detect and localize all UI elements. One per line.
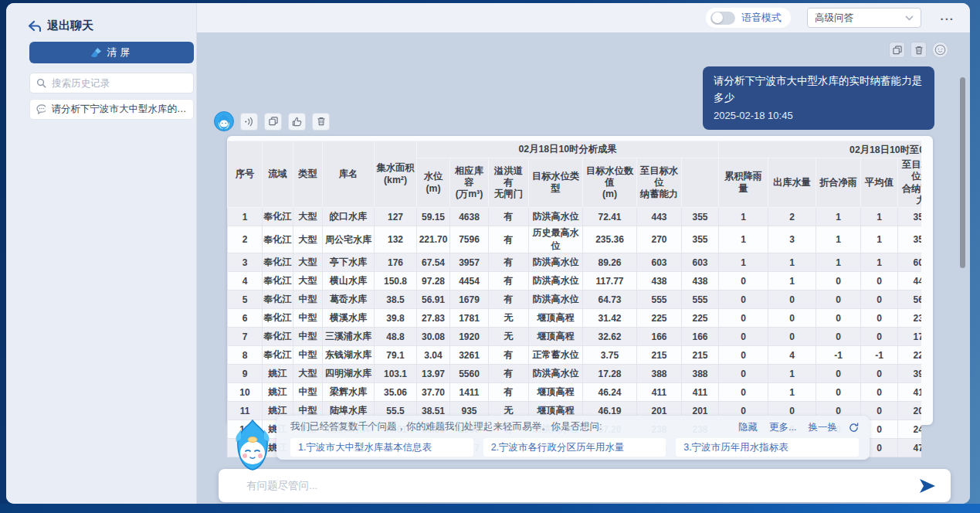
history-item[interactable]: 请分析下宁波市大中型水库的实时...	[29, 99, 194, 120]
table-cell: 17.28	[583, 365, 637, 383]
column-header: 序号	[228, 141, 263, 208]
reservoir-table: 序号流域类型库名集水面积 (km²)02月18日10时分析成果02月18日10时…	[227, 141, 921, 457]
toggle-off-icon[interactable]	[710, 12, 735, 25]
hide-suggestions-link[interactable]: 隐藏	[738, 421, 758, 434]
more-menu-button[interactable]: ...	[940, 9, 955, 22]
column-header: 目标水位数值 (m)	[583, 158, 637, 208]
table-cell: 中型	[293, 290, 323, 309]
column-header: 折合净雨	[816, 158, 861, 208]
table-cell: 72.41	[583, 208, 637, 226]
table-cell: 0	[861, 290, 898, 309]
exit-chat-label: 退出聊天	[47, 19, 93, 33]
table-cell: 350	[898, 208, 921, 226]
table-cell: 0	[719, 383, 768, 402]
answer-mode-select[interactable]: 高级问答	[807, 8, 921, 28]
chat-scrollbar[interactable]	[960, 77, 965, 268]
table-cell: 1	[861, 253, 898, 272]
suggestions-links: 隐藏 更多... 换一换	[738, 421, 859, 434]
table-cell: 117.77	[583, 272, 637, 290]
table-cell: 3957	[450, 253, 489, 272]
column-header: 出库水量	[768, 158, 816, 208]
read-aloud-button[interactable]	[240, 113, 258, 131]
table-cell: 0	[719, 290, 768, 309]
column-header: 水位 (m)	[417, 158, 450, 208]
suggestion-button-2[interactable]: 2.宁波市各行政分区历年用水量	[483, 438, 666, 457]
table-cell: 37.70	[417, 383, 450, 402]
history-item-label: 请分析下宁波市大中型水库的实时...	[51, 103, 187, 116]
question-input-bar	[219, 469, 951, 502]
search-history-input[interactable]	[52, 78, 175, 89]
table-cell: 有	[489, 253, 529, 272]
table-cell: 0	[816, 309, 861, 328]
table-clip: 序号流域类型库名集水面积 (km²)02月18日10时分析成果02月18日10时…	[227, 141, 921, 457]
table-cell: 堰顶高程	[529, 328, 583, 346]
thumbs-up-button[interactable]	[288, 113, 306, 131]
assistant-persona-button[interactable]	[932, 42, 948, 58]
table-cell: 600	[898, 253, 921, 272]
column-header: 类型	[293, 141, 323, 208]
exit-chat-button[interactable]: 退出聊天	[28, 19, 93, 33]
table-row: 7奉化江中型三溪浦水库48.830.081920无堰顶高程32.62166166…	[228, 328, 922, 346]
refresh-icon[interactable]	[849, 423, 859, 433]
table-cell: 443	[637, 208, 682, 226]
answer-mode-value: 高级问答	[815, 12, 853, 25]
table-cell: 10	[228, 383, 263, 402]
broom-icon	[90, 47, 102, 58]
table-cell: 正常蓄水位	[529, 346, 583, 365]
table-cell: 215	[637, 346, 682, 365]
table-cell: 31.42	[583, 309, 637, 328]
table-cell: 有	[489, 272, 529, 290]
table-cell: 89.26	[583, 253, 637, 272]
table-cell: 603	[682, 253, 719, 272]
table-cell: 4	[768, 346, 816, 365]
search-history-box	[29, 73, 194, 93]
table-cell: 1411	[450, 383, 489, 402]
table-cell: 0	[816, 328, 861, 346]
table-row: 8奉化江中型东钱湖水库79.13.043261有正常蓄水位3.752152150…	[228, 346, 922, 365]
column-header: 平均值	[861, 158, 898, 208]
suggestion-button-1[interactable]: 1.宁波市大中型水库基本信息表	[290, 438, 473, 457]
table-cell: 410	[898, 383, 921, 402]
table-cell: 235.36	[583, 226, 637, 253]
table-cell: 438	[637, 272, 682, 290]
copy-chat-button[interactable]	[889, 42, 905, 58]
chat-bubble-icon	[36, 104, 46, 114]
table-cell: 411	[637, 383, 682, 402]
clear-screen-button[interactable]: 清屏	[29, 42, 194, 63]
question-input[interactable]	[246, 480, 918, 491]
table-cell: 1	[816, 226, 861, 253]
table-cell: 姚江	[263, 383, 293, 402]
table-cell: 1	[861, 208, 898, 226]
column-header: 累积降雨量	[719, 158, 768, 208]
table-cell: 0	[816, 383, 861, 402]
more-suggestions-link[interactable]: 更多...	[769, 421, 796, 434]
suggestion-button-3[interactable]: 3.宁波市历年用水指标表	[676, 438, 859, 457]
table-cell: 0	[719, 309, 768, 328]
table-cell: 555	[637, 290, 682, 309]
table-cell: 奉化江	[263, 226, 293, 253]
table-cell: 3	[768, 226, 816, 253]
column-header: 目标水位类型	[529, 158, 583, 208]
table-cell: 2	[768, 208, 816, 226]
table-cell: 6	[228, 309, 263, 328]
clear-chat-trash-button[interactable]	[910, 42, 927, 58]
table-row: 3奉化江大型亭下水库17667.543957有防洪高水位89.266036031…	[228, 253, 922, 272]
table-cell: 1	[719, 226, 768, 253]
table-cell: 225	[637, 309, 682, 328]
send-icon[interactable]	[918, 478, 937, 494]
table-cell: 梁辉水库	[323, 383, 375, 402]
copy-answer-button[interactable]	[264, 113, 282, 131]
main-area: 语音模式 高级问答 ...	[197, 3, 970, 504]
table-cell: 7596	[450, 226, 489, 253]
table-cell: 姚江	[263, 365, 293, 383]
table-cell: 13.97	[417, 365, 450, 383]
swap-suggestions-link[interactable]: 换一换	[809, 421, 838, 434]
table-cell: 4	[228, 272, 263, 290]
table-cell: 防洪高水位	[529, 272, 583, 290]
delete-answer-button[interactable]	[312, 113, 330, 131]
table-cell: 横溪水库	[323, 309, 375, 328]
voice-mode-toggle[interactable]: 语音模式	[706, 8, 791, 28]
table-cell: 大型	[293, 272, 323, 290]
chat-area: 请分析下宁波市大中型水库的实时纳蓄能力是多少 2025-02-18 10:45	[197, 32, 970, 504]
table-cell: 1	[816, 253, 861, 272]
